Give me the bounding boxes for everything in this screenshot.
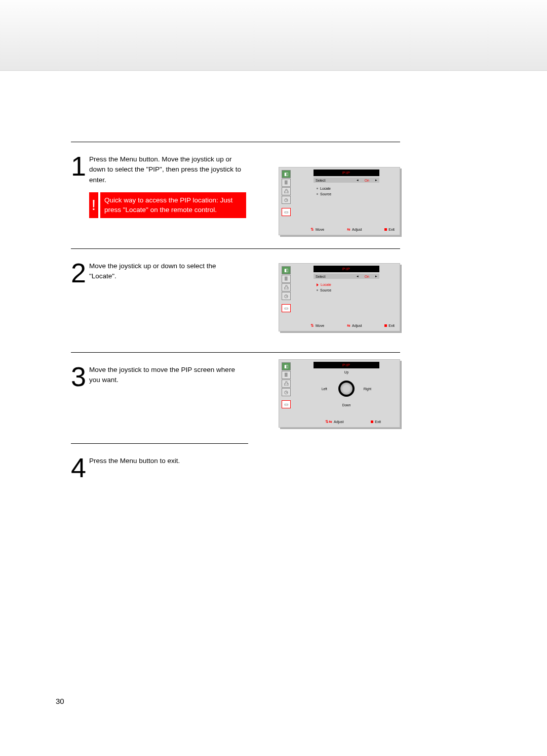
bullet-icon: [317, 188, 318, 189]
joystick-ring-icon: [338, 381, 355, 397]
updown-icon: ⇅: [310, 323, 314, 328]
select-value: On: [362, 275, 372, 278]
joystick-up-label: Up: [344, 370, 348, 374]
menu-item-source: Source: [314, 191, 379, 197]
setup-icon: 凸: [282, 283, 291, 291]
menu-item-source: Source: [314, 287, 379, 293]
osd-joystick: Up Down Left Right: [314, 370, 379, 407]
arrow-left-icon: ◂: [357, 178, 359, 182]
adjust-icon: ⇅⇆: [325, 419, 332, 424]
osd-main: PIP Select ◂ On ▸ Locate Source ⇅Move ⇆A…: [293, 167, 400, 235]
pip-icon: ▭: [282, 208, 291, 216]
step-4: 4 Press the Menu button to exit.: [71, 444, 400, 481]
setup-icon: 凸: [282, 187, 291, 195]
updown-icon: ⇅: [310, 227, 314, 232]
alert-text: Quick way to access the PIP location: Ju…: [100, 192, 246, 218]
triangle-icon: [317, 283, 319, 286]
audio-icon: ≣: [282, 371, 291, 379]
page-header-band: [0, 0, 547, 71]
picture-icon: ◧: [282, 170, 291, 178]
joystick-right-label: Right: [364, 387, 371, 391]
page-content: 1 Press the Menu button. Move the joysti…: [0, 71, 547, 481]
step-body: Press the Menu button. Move the joystick…: [89, 152, 246, 218]
leftright-icon: ⇆: [347, 323, 350, 328]
pip-icon: ▭: [282, 304, 291, 312]
bullet-icon: [317, 193, 318, 195]
menu-item-locate-selected: Locate: [314, 282, 379, 287]
audio-icon: ≣: [282, 179, 291, 187]
osd-footer: ⇅⇆Adjust Exit: [311, 419, 395, 424]
step-text: Move the joystick to move the PIP screen…: [89, 363, 244, 386]
osd-screenshot-2: ◧ ≣ 凸 ◷ ▭ PIP Select ◂ On ▸ Locate Sourc…: [279, 263, 400, 331]
osd-screenshot-3: ◧ ≣ 凸 ◷ ▭ PIP Up Down Left Right ⇅⇆Adjus…: [279, 359, 400, 428]
osd-select-row: Select ◂ On ▸: [314, 178, 379, 183]
menu-item-locate: Locate: [314, 186, 379, 191]
osd-title: PIP: [314, 266, 379, 272]
osd-title: PIP: [314, 170, 379, 176]
clock-icon: ◷: [282, 388, 291, 396]
osd-sidebar: ◧ ≣ 凸 ◷ ▭: [279, 167, 293, 235]
step-text: Press the Menu button to exit.: [89, 454, 244, 466]
step-text: Press the Menu button. Move the joystick…: [89, 152, 244, 185]
clock-icon: ◷: [282, 196, 291, 204]
leftright-icon: ⇆: [347, 227, 350, 232]
osd-footer: ⇅Move ⇆Adjust Exit: [310, 323, 395, 328]
step-number: 2: [71, 259, 86, 286]
joystick-left-label: Left: [322, 387, 327, 391]
osd-menu: Locate Source: [314, 282, 379, 293]
pip-icon: ▭: [282, 400, 291, 408]
osd-sidebar: ◧ ≣ 凸 ◷ ▭: [279, 360, 293, 427]
step-text: Move the joystick up or down to select t…: [89, 259, 244, 282]
step-number: 3: [71, 363, 86, 390]
exit-icon: [384, 324, 387, 327]
alert-box: ! Quick way to access the PIP location: …: [89, 192, 246, 218]
joystick-down-label: Down: [342, 403, 351, 407]
select-value: On: [362, 179, 372, 182]
arrow-right-icon: ▸: [375, 274, 377, 278]
select-label: Select: [316, 275, 325, 278]
osd-menu: Locate Source: [314, 186, 379, 197]
picture-icon: ◧: [282, 362, 291, 370]
setup-icon: 凸: [282, 380, 291, 388]
audio-icon: ≣: [282, 275, 291, 283]
osd-title: PIP: [314, 362, 379, 368]
exit-icon: [371, 421, 373, 423]
page-number: 30: [56, 697, 64, 705]
select-label: Select: [316, 179, 325, 182]
clock-icon: ◷: [282, 292, 291, 300]
step-number: 4: [71, 454, 86, 481]
osd-sidebar: ◧ ≣ 凸 ◷ ▭: [279, 264, 293, 331]
osd-main: PIP Select ◂ On ▸ Locate Source ⇅Move ⇆A…: [293, 264, 400, 331]
arrow-left-icon: ◂: [357, 274, 359, 278]
osd-screenshot-1: ◧ ≣ 凸 ◷ ▭ PIP Select ◂ On ▸ Locate Sourc…: [279, 167, 400, 235]
step-number: 1: [71, 152, 86, 180]
bullet-icon: [317, 289, 318, 291]
exit-icon: [384, 228, 387, 231]
osd-select-row: Select ◂ On ▸: [314, 274, 379, 279]
picture-icon: ◧: [282, 266, 291, 274]
alert-icon: !: [89, 192, 98, 218]
osd-main: PIP Up Down Left Right ⇅⇆Adjust Exit: [293, 360, 400, 427]
osd-footer: ⇅Move ⇆Adjust Exit: [310, 227, 395, 232]
arrow-right-icon: ▸: [375, 178, 377, 182]
